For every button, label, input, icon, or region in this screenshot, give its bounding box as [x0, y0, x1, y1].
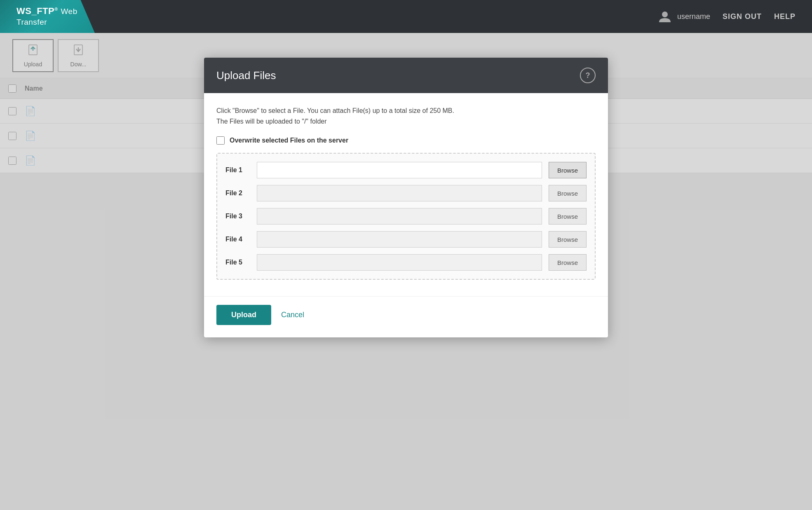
main-area: Upload Dow... Name 📄 📄 📄	[0, 33, 812, 510]
username-label: username	[677, 12, 710, 21]
modal-header: Upload Files ?	[204, 58, 608, 93]
app-logo: WS_FTP® Web Transfer	[16, 6, 87, 27]
file-4-input[interactable]	[257, 231, 542, 248]
file-2-input[interactable]	[257, 185, 542, 201]
header-left: WS_FTP® Web Transfer	[16, 0, 95, 33]
header-right: username SIGN OUT HELP	[657, 9, 796, 24]
file-inputs-container: File 1 Browse File 2 Browse File 3	[216, 153, 596, 280]
modal-help-button[interactable]: ?	[580, 68, 596, 83]
overwrite-label: Overwrite selected Files on the server	[230, 137, 348, 144]
upload-submit-button[interactable]: Upload	[216, 305, 271, 325]
cancel-button[interactable]: Cancel	[281, 311, 304, 319]
svg-point-0	[662, 12, 668, 17]
file-3-input[interactable]	[257, 208, 542, 225]
help-button[interactable]: HELP	[774, 12, 796, 21]
modal-title: Upload Files	[216, 69, 276, 82]
file-2-label: File 2	[225, 189, 250, 197]
modal-description: Click "Browse" to select a File. You can…	[216, 105, 596, 126]
file-1-browse-button[interactable]: Browse	[549, 162, 587, 178]
modal-body: Click "Browse" to select a File. You can…	[204, 93, 608, 288]
sign-out-button[interactable]: SIGN OUT	[723, 12, 762, 21]
file-3-browse-button[interactable]: Browse	[549, 208, 587, 225]
file-4-browse-button[interactable]: Browse	[549, 231, 587, 248]
modal-footer: Upload Cancel	[204, 296, 608, 337]
upload-modal: Upload Files ? Click "Browse" to select …	[204, 58, 608, 337]
file-3-label: File 3	[225, 213, 250, 220]
overwrite-row: Overwrite selected Files on the server	[216, 136, 596, 145]
file-4-label: File 4	[225, 236, 250, 243]
file-1-input[interactable]	[257, 162, 542, 178]
file-5-label: File 5	[225, 259, 250, 266]
overwrite-checkbox[interactable]	[216, 136, 225, 145]
file-5-input[interactable]	[257, 254, 542, 271]
file-input-row-5: File 5 Browse	[225, 254, 587, 271]
file-input-row-3: File 3 Browse	[225, 208, 587, 225]
file-1-label: File 1	[225, 166, 250, 174]
logo-container: WS_FTP® Web Transfer	[0, 0, 95, 33]
file-input-row-2: File 2 Browse	[225, 185, 587, 201]
user-info: username	[657, 9, 710, 24]
app-header: WS_FTP® Web Transfer username SIGN OUT H…	[0, 0, 812, 33]
file-5-browse-button[interactable]: Browse	[549, 254, 587, 271]
file-2-browse-button[interactable]: Browse	[549, 185, 587, 201]
modal-overlay: Upload Files ? Click "Browse" to select …	[0, 33, 812, 510]
file-input-row-4: File 4 Browse	[225, 231, 587, 248]
file-input-row-1: File 1 Browse	[225, 162, 587, 178]
user-avatar-icon	[657, 9, 672, 24]
